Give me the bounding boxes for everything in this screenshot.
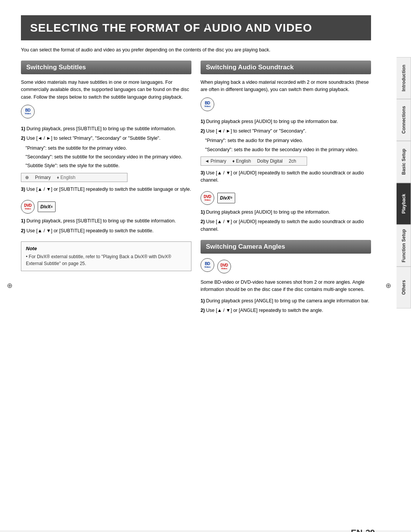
subtitles-heading: Switching Subtitles [26,64,186,71]
display-bar-primary: Primary [35,175,51,180]
reg-mark-left: ⊕ [7,281,13,290]
page-container: ⊕ ⊕ ⊕ Introduction Connections Basic Set… [0,15,411,532]
dvd-audio-step1: 1) During playback press [AUDIO] to brin… [201,209,371,216]
sidebar-tab-introduction[interactable]: Introduction [397,57,411,99]
bd-subtitle-secondary: "Secondary": sets the subtitle for the s… [25,153,191,161]
audio-dvd-badge: DVD Video [201,191,214,205]
audio-bar-label3: Dolby Digital [257,158,282,164]
sidebar-tabs: Introduction Connections Basic Setup Pla… [397,57,411,308]
dvd-audio-step2: 2) Use [▲ / ▼] or [AUDIO] repeatedly to … [201,218,371,233]
camera-section-header: Switching Camera Angles [201,240,371,254]
reg-mark-top: ⊕ [203,22,208,29]
bd-audio-primary: "Primary": sets the audio for the primar… [205,137,371,144]
intro-text: You can select the format of audio and v… [21,46,371,54]
sidebar-tab-connections[interactable]: Connections [397,99,411,141]
audio-bd-badge: BD Video [201,97,214,111]
camera-body: Some BD-video or DVD-video have scenes s… [201,279,371,294]
note-box: Note • For DivX® external subtitle, refe… [21,241,191,271]
audio-soundtrack-section: Switching Audio Soundtrack When playing … [201,61,371,233]
bd-subtitle-style: "Subtitle Style": sets the style for the… [25,162,191,169]
main-content: SELECTING THE FORMAT OF AUDIO AND VIDEO … [21,15,390,321]
page-title: SELECTING THE FORMAT OF AUDIO AND VIDEO [30,21,362,34]
audio-heading: Switching Audio Soundtrack [206,64,366,71]
audio-bar-label2: ♦ English [233,158,251,164]
dvd-divx-badge-row: DVD Video DivX® [21,200,191,214]
note-title: Note [26,246,186,251]
camera-step1: 1) During playback press [ANGLE] to brin… [201,297,371,305]
camera-dvd-badge: DVD Video [217,260,231,273]
dvd-badge: DVD Video [21,200,35,214]
audio-dvd-divx-badge-row: DVD Video DivX® [201,191,371,205]
subtitles-section-header: Switching Subtitles [21,61,191,74]
bd-subtitle-step2-head: 2) Use [◄ / ►] to select "Primary", "Sec… [21,135,191,142]
bd-badge-row: BD Video [21,105,191,121]
bd-subtitle-primary: "Primary": sets the subtitle for the pri… [25,145,191,152]
bd-badge: BD Video [21,105,35,118]
note-text: • For DivX® external subtitle, refer to … [26,253,186,267]
camera-steps: 1) During playback press [ANGLE] to brin… [201,297,371,315]
bd-audio-secondary: "Secondary": sets the audio for the seco… [205,146,371,153]
bd-subtitle-display-bar: ⊕ Primary ♦ English [21,173,127,182]
display-bar-icon: ⊕ [25,175,29,180]
bd-subtitle-steps: 1) During playback, press [SUBTITLE] to … [21,125,191,193]
sidebar-tab-others[interactable]: Others [397,267,411,308]
camera-angles-section: Switching Camera Angles BD Video D [201,240,371,315]
bd-audio-step1: 1) During playback press [AUDIO] to brin… [201,118,371,125]
page-number-block: EN 29 [351,528,375,532]
sidebar-tab-function-setup[interactable]: Function Setup [397,225,411,267]
bd-audio-step3: 3) Use [▲ / ▼] or [AUDIO] repeatedly to … [201,169,371,184]
display-bar-value: ♦ English [57,175,75,180]
audio-display-bar: ◄ Primary ♦ English Dolby Digital 2ch [201,157,307,166]
two-column-layout: Switching Subtitles Some video materials… [21,61,371,321]
en-label: EN [351,528,363,532]
dvd-subtitle-step2: 2) Use [▲ / ▼] or [SUBTITLE] repeatedly … [21,227,191,235]
dvd-audio-steps: 1) During playback press [AUDIO] to brin… [201,209,371,233]
audio-bar-label1: ◄ Primary [205,158,226,164]
subtitles-body: Some video materials may have subtitles … [21,79,191,101]
audio-section-header: Switching Audio Soundtrack [201,61,371,74]
bd-subtitle-step3: 3) Use [▲ / ▼] or [SUBTITLE] repeatedly … [21,186,191,193]
sidebar-tab-basic-setup[interactable]: Basic Setup [397,141,411,183]
bd-subtitle-step1: 1) During playback, press [SUBTITLE] to … [21,125,191,133]
audio-bar-label4: 2ch [289,158,296,164]
bd-audio-steps: 1) During playback press [AUDIO] to brin… [201,118,371,184]
dvd-subtitle-steps: 1) During playback, press [SUBTITLE] to … [21,217,191,235]
divx-badge: DivX® [38,201,56,212]
page-number: 29 [366,528,375,532]
camera-badges-row: BD Video DVD Video [201,258,371,275]
reg-mark-right: ⊕ [386,281,391,290]
sidebar-tab-playback[interactable]: Playback [397,183,411,225]
audio-bd-badge-row: BD Video [201,97,371,114]
col-right: Switching Audio Soundtrack When playing … [201,61,371,321]
camera-heading: Switching Camera Angles [206,243,366,251]
audio-divx-badge: DivX® [217,193,235,203]
col-switching-subtitles: Switching Subtitles Some video materials… [21,61,191,271]
camera-bd-badge: BD Video [201,258,214,272]
page-title-bar: SELECTING THE FORMAT OF AUDIO AND VIDEO [21,15,371,40]
dvd-subtitle-step1: 1) During playback, press [SUBTITLE] to … [21,217,191,225]
audio-body: When playing back a video material recor… [201,79,371,94]
bd-audio-step2-head: 2) Use [◄ / ►] to select "Primary" or "S… [201,128,371,135]
camera-step2: 2) Use [▲ / ▼] or [ANGLE] repeatedly to … [201,307,371,314]
